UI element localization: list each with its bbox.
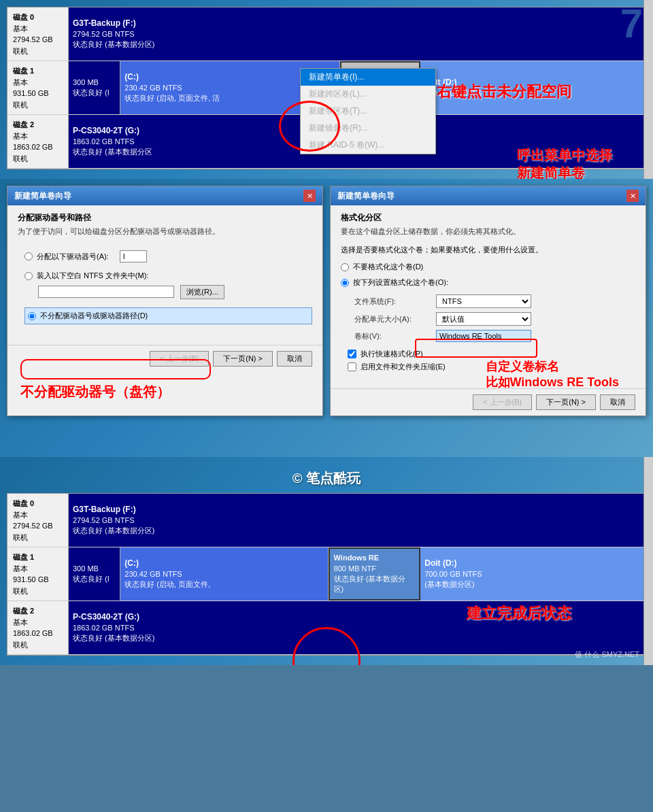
cancel-btn-right[interactable]: 取消 [600,394,635,410]
disk2-label: 磁盘 2 基本 1863.02 GB 联机 [7,115,69,168]
annotation-complete-status: 建立完成后状态 [467,603,571,624]
dialog-left-content: 分配驱动器号和路径 为了便于访问，可以给磁盘分区分配驱动器号或驱动器路径。 分配… [7,205,322,338]
dialog-left-title: 新建简单卷向导 [14,190,71,202]
compress-checkbox[interactable] [348,362,356,371]
annotation-custom-label: 自定义卷标名比如Windows RE Tools [486,359,620,391]
back-btn-right[interactable]: < 上一步(B) [473,394,532,410]
seven-badge: 7 [620,3,643,44]
bottom-disk1-part2: (C:) 230.42 GB NTFS 状态良好 (启动, 页面文件, [120,547,328,600]
dialog-right-desc: 要在这个磁盘分区上储存数据，你必须先将其格式化。 [341,226,635,237]
bottom-disk0-partitions: G3T-Backup (F:) 2794.52 GB NTFS 状态良好 (基本… [69,494,646,547]
dialog-right-titlebar: 新建简单卷向导 ✕ [331,186,646,205]
bottom-disk0-label: 磁盘 0 基本 2794.52 GB 联机 [7,494,69,547]
dialog-left-desc: 为了便于访问，可以给磁盘分区分配驱动器号或驱动器路径。 [18,226,312,237]
radio-no-letter-input[interactable] [28,312,36,320]
radio-no-format: 不要格式化这个卷(D) [341,262,635,272]
cancel-btn-left[interactable]: 取消 [277,351,312,367]
top-section: 磁盘 0 基本 2794.52 GB 联机 G3T-Backup (F:) 27… [0,0,653,179]
dialog-right-content: 格式化分区 要在这个磁盘分区上储存数据，你必须先将其格式化。 选择是否要格式化这… [331,205,646,382]
radio-mount-folder: 装入以下空白 NTFS 文件夹中(M): [24,271,312,281]
context-menu-new-stripe[interactable]: 新建带区卷(T)... [301,103,435,120]
dialog-left-footer: < 上一步(B) 下一页(N) > 取消 [7,345,322,372]
next-btn-right[interactable]: 下一页(N) > [536,394,596,410]
dialog-right-subtitle: 格式化分区 [341,212,635,224]
dialog-left: 新建简单卷向导 ✕ 分配驱动器号和路径 为了便于访问，可以给磁盘分区分配驱动器号… [7,186,323,416]
annotation-no-letter: 不分配驱动器号（盘符） [20,383,170,401]
dialog-left-titlebar: 新建简单卷向导 ✕ [7,186,322,205]
format-question: 选择是否要格式化这个卷；如果要格式化，要使用什么设置。 [341,245,635,255]
quick-format-checkbox-row: 执行快速格式化(P) [348,349,635,359]
back-btn-left[interactable]: < 上一步(B) [150,351,209,367]
bottom-disk1-part4: Doit (D:) 700.00 GB NTFS (基本数据分区) [420,547,646,600]
dialog-left-subtitle: 分配驱动器号和路径 [18,212,312,224]
folder-path-input[interactable] [38,286,174,298]
bottom-disk1-part1: 300 MB 状态良好 (I [69,547,120,600]
scrollbar-bottom[interactable] [643,457,653,665]
context-menu-new-span[interactable]: 新建跨区卷(L)... [301,86,435,103]
radio-do-format-input[interactable] [341,279,349,287]
radio-assign-letter-input[interactable] [24,252,33,260]
context-menu-new-simple[interactable]: 新建简单卷(I)... [301,69,435,86]
disk0-label: 磁盘 0 基本 2794.52 GB 联机 [7,7,69,61]
bottom-disk2-label: 磁盘 2 基本 1863.02 GB 联机 [7,601,69,654]
disk0-partitions: G3T-Backup (F:) 2794.52 GB NTFS 状态良好 (基本… [69,7,646,61]
disk-manager-bottom: 磁盘 0 基本 2794.52 GB 联机 G3T-Backup (F:) 27… [7,493,646,656]
dialog-right-title: 新建简单卷向导 [337,190,395,202]
context-menu[interactable]: 新建简单卷(I)... 新建跨区卷(L)... 新建带区卷(T)... 新建镜像… [300,68,436,154]
scrollbar-top[interactable] [643,0,653,179]
form-alloc: 分配单元大小(A): 默认值 [354,312,635,326]
volume-label-input[interactable] [436,330,531,342]
bottom-section: © 笔点酷玩 磁盘 0 基本 2794.52 GB 联机 G3T-Backup … [0,457,653,665]
radio-no-letter: 不分配驱动器号或驱动器路径(D) [24,307,312,324]
copyright-text: © 笔点酷玩 [7,464,646,493]
dialogs-section: 新建简单卷向导 ✕ 分配驱动器号和路径 为了便于访问，可以给磁盘分区分配驱动器号… [0,179,653,457]
form-volume-label: 卷标(V): [354,330,635,342]
bottom-disk-row-0: 磁盘 0 基本 2794.52 GB 联机 G3T-Backup (F:) 27… [7,494,646,547]
context-menu-new-raid5[interactable]: 新建 RAID-5 卷(W)... [301,137,435,154]
dialog-left-close[interactable]: ✕ [303,190,316,202]
bottom-disk0-part1: G3T-Backup (F:) 2794.52 GB NTFS 状态良好 (基本… [69,494,646,547]
bottom-disk1-part3-windows-re: Windows RE 800 MB NTF 状态良好 (基本数据分区) [329,547,421,600]
annotation-select-new: 呼出菜单中选择新建简单卷 [517,146,612,182]
browse-button[interactable]: 浏览(R)... [180,285,224,299]
disk-row-0: 磁盘 0 基本 2794.52 GB 联机 G3T-Backup (F:) 27… [7,7,646,61]
drive-letter-input[interactable] [120,250,147,263]
context-menu-new-mirror[interactable]: 新建镜像卷(R)... [301,120,435,137]
disk1-label: 磁盘 1 基本 931.50 GB 联机 [7,61,69,114]
dialog-right-close[interactable]: ✕ [626,190,639,202]
radio-no-format-input[interactable] [341,263,349,271]
annotation-right-click: 右键点击未分配空间 [437,82,571,102]
radio-assign-letter: 分配以下驱动器号(A): [24,250,312,263]
disk1-part1: 300 MB 状态良好 (I [69,61,120,114]
form-filesystem: 文件系统(F): NTFS [354,294,635,308]
quick-format-checkbox[interactable] [348,350,356,358]
bottom-disk1-partitions: 300 MB 状态良好 (I (C:) 230.42 GB NTFS 状态良好 … [69,547,646,600]
alloc-select[interactable]: 默认值 [436,312,531,326]
disk0-part1: G3T-Backup (F:) 2794.52 GB NTFS 状态良好 (基本… [69,7,646,61]
radio-mount-folder-input[interactable] [24,272,33,280]
bottom-disk-row-1: 磁盘 1 基本 931.50 GB 联机 300 MB 状态良好 (I (C:)… [7,547,646,601]
next-btn-left[interactable]: 下一页(N) > [213,351,273,367]
bottom-disk1-label: 磁盘 1 基本 931.50 GB 联机 [7,547,69,600]
dialog-right-footer: < 上一步(B) 下一页(N) > 取消 [331,388,646,416]
filesystem-select[interactable]: NTFS [436,294,531,308]
radio-do-format: 按下列设置格式化这个卷(O): [341,277,635,288]
watermark: 值 什么 SMYZ.NET [575,649,639,660]
